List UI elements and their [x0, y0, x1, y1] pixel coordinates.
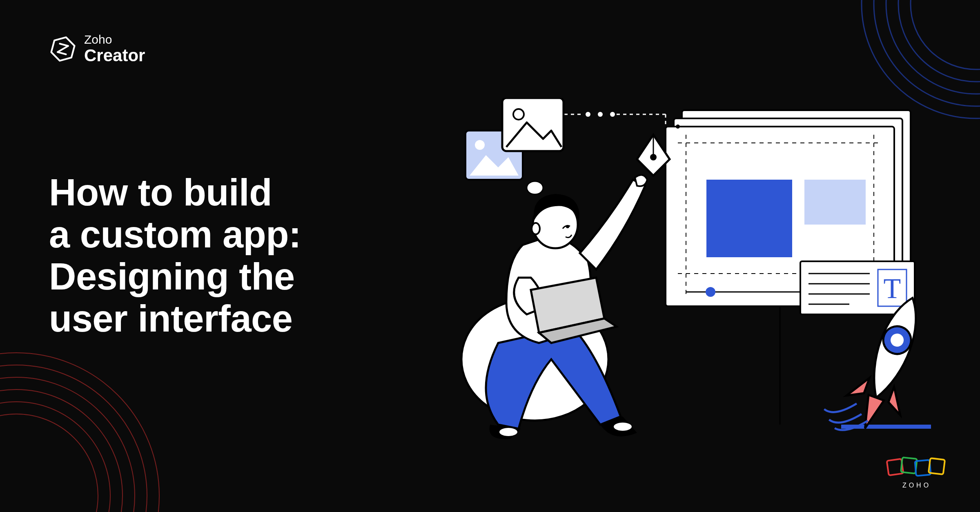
brand-logo: Zoho Creator — [49, 33, 145, 65]
hero-illustration: T — [425, 98, 939, 449]
svg-point-3 — [0, 390, 122, 512]
headline-line-1: How to build — [49, 171, 272, 213]
image-card-front — [502, 98, 564, 151]
svg-point-34 — [586, 112, 590, 117]
svg-text:T: T — [884, 273, 901, 304]
svg-point-10 — [911, 0, 980, 69]
page-headline: How to build a custom app: Designing the… — [49, 171, 301, 340]
svg-point-48 — [499, 428, 517, 436]
svg-point-33 — [676, 125, 680, 129]
text-tool-card: T — [800, 261, 915, 314]
svg-point-7 — [874, 0, 980, 106]
decorative-arc-bottom-left — [0, 349, 163, 512]
svg-point-1 — [0, 365, 147, 512]
zoho-footer-logo: ZOHO — [886, 455, 947, 489]
svg-point-8 — [886, 0, 980, 94]
svg-point-35 — [598, 112, 603, 117]
svg-point-5 — [0, 414, 98, 512]
zoho-squares-icon — [886, 455, 947, 478]
headline-line-4: user interface — [49, 298, 292, 339]
svg-rect-18 — [706, 180, 792, 257]
svg-point-2 — [0, 377, 135, 512]
person-illustration — [461, 175, 647, 439]
svg-point-49 — [614, 423, 632, 431]
svg-point-4 — [0, 402, 110, 512]
svg-point-0 — [0, 353, 159, 512]
brand-name-top: Zoho — [84, 33, 145, 46]
svg-point-41 — [475, 140, 485, 150]
svg-rect-42 — [502, 98, 564, 151]
headline-line-3: Designing the — [49, 256, 295, 297]
zoho-creator-icon — [49, 35, 77, 63]
svg-point-51 — [532, 223, 540, 234]
svg-point-9 — [898, 0, 980, 82]
headline-line-2: a custom app: — [49, 214, 301, 255]
brand-name-bottom: Creator — [84, 46, 145, 65]
top-connector — [551, 112, 666, 127]
svg-point-36 — [610, 112, 615, 117]
svg-rect-19 — [804, 180, 866, 225]
svg-point-44 — [527, 181, 543, 194]
zoho-footer-label: ZOHO — [886, 482, 947, 489]
svg-point-21 — [706, 287, 715, 297]
